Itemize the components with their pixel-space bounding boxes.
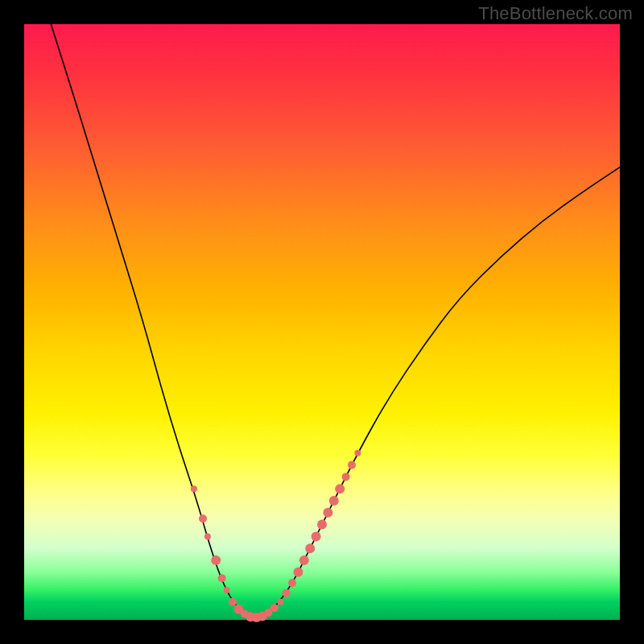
data-marker: [342, 473, 350, 481]
data-marker: [229, 598, 237, 606]
data-marker: [191, 485, 197, 492]
bottleneck-curve: [51, 24, 620, 617]
data-marker: [317, 520, 327, 530]
data-marker: [283, 589, 291, 597]
data-marker: [277, 599, 283, 605]
data-marker: [199, 514, 207, 522]
data-marker: [204, 533, 211, 539]
chart-canvas: TheBottleneck.com: [0, 0, 644, 644]
data-marker: [211, 555, 221, 565]
data-marker: [293, 568, 303, 577]
data-marker: [348, 461, 356, 469]
data-marker: [354, 450, 361, 456]
data-marker: [305, 543, 315, 553]
marker-group: [191, 450, 361, 622]
data-marker: [218, 574, 226, 582]
data-marker: [329, 496, 339, 506]
data-marker: [270, 604, 279, 612]
watermark-text: TheBottleneck.com: [478, 3, 633, 24]
data-marker: [288, 579, 296, 587]
data-marker: [299, 555, 309, 565]
data-marker: [312, 531, 321, 541]
data-marker: [335, 484, 345, 493]
data-marker: [323, 508, 332, 518]
chart-overlay: [24, 24, 620, 620]
data-marker: [224, 587, 230, 593]
